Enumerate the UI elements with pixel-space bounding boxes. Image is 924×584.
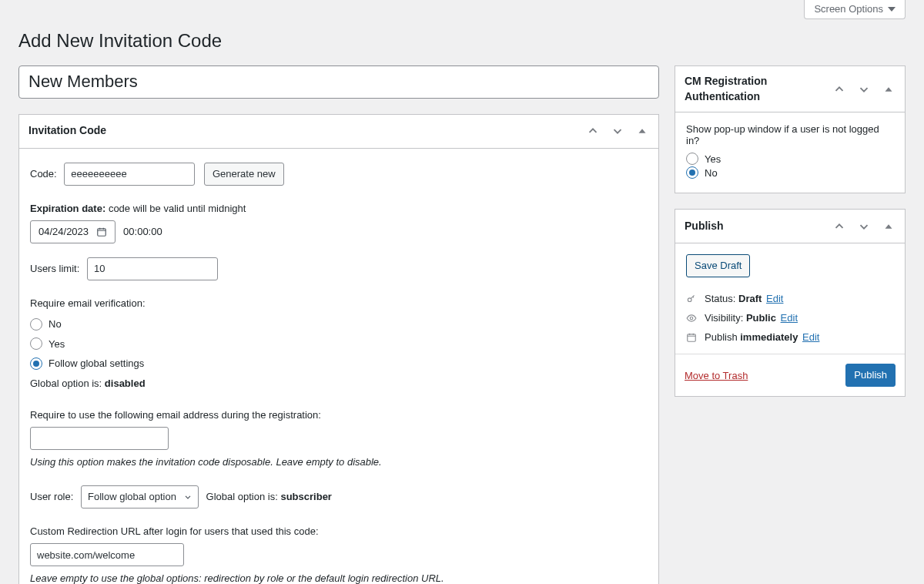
svg-point-2 xyxy=(690,317,693,320)
chevron-down-icon xyxy=(857,82,871,96)
publish-time-label: Publish xyxy=(705,331,740,343)
redirect-help: Leave empty to use the global options: r… xyxy=(30,569,648,584)
toggle-panel-button[interactable] xyxy=(877,78,900,101)
email-verif-global-value: disabled xyxy=(105,378,146,389)
publish-box: Publish Save Draft Status: Draft xyxy=(675,209,906,397)
generate-new-button[interactable]: Generate new xyxy=(204,163,284,186)
code-input[interactable] xyxy=(64,163,195,186)
redirect-url-input[interactable] xyxy=(30,543,184,566)
redirect-label: Custom Redirection URL after login for u… xyxy=(30,522,648,540)
status-label: Status: xyxy=(705,293,738,304)
require-email-label: Require to use the following email addre… xyxy=(30,406,648,424)
email-verification-label: Require email verification: xyxy=(30,294,648,312)
invitation-code-box: Invitation Code xyxy=(18,114,659,584)
chevron-down-icon xyxy=(857,220,871,233)
publish-time-value: immediately xyxy=(740,331,798,343)
expiration-date-value: 04/24/2023 xyxy=(38,223,89,240)
publish-time-edit-link[interactable]: Edit xyxy=(802,331,819,343)
registration-auth-heading: CM Registration Authentication xyxy=(675,66,828,112)
visibility-label: Visibility: xyxy=(705,312,746,324)
radio-label-global: Follow global settings xyxy=(49,354,144,372)
move-up-button[interactable] xyxy=(828,215,851,238)
chevron-down-icon xyxy=(888,7,896,12)
status-edit-link[interactable]: Edit xyxy=(766,293,783,304)
publish-button[interactable]: Publish xyxy=(845,364,896,387)
triangle-up-icon xyxy=(635,124,649,138)
move-up-button[interactable] xyxy=(828,78,851,101)
toggle-panel-button[interactable] xyxy=(631,119,654,143)
chevron-up-icon xyxy=(832,220,846,233)
post-title-input[interactable] xyxy=(18,65,659,99)
expiration-date-input[interactable]: 04/24/2023 xyxy=(30,220,116,243)
calendar-icon xyxy=(96,227,107,237)
expiration-suffix: code will be valid until midnight xyxy=(109,203,246,214)
move-down-button[interactable] xyxy=(852,215,875,238)
require-email-help: Using this option makes the invitation c… xyxy=(30,453,648,471)
require-email-input[interactable] xyxy=(30,427,169,450)
triangle-up-icon xyxy=(882,82,896,96)
registration-auth-box: CM Registration Authentication Show pop-… xyxy=(675,65,906,193)
chevron-up-icon xyxy=(586,124,600,138)
chevron-up-icon xyxy=(832,82,846,96)
email-verif-global-prefix: Global option is: xyxy=(30,378,105,389)
screen-options-button[interactable]: Screen Options xyxy=(804,0,906,19)
expiration-label: Expiration date: xyxy=(30,203,105,214)
visibility-edit-link[interactable]: Edit xyxy=(781,312,798,324)
auth-option-yes[interactable]: Yes xyxy=(686,153,894,165)
chevron-down-icon xyxy=(611,124,624,138)
radio-label-no: No xyxy=(705,167,718,179)
auth-question: Show pop-up window if a user is not logg… xyxy=(686,123,894,146)
radio-label-yes: Yes xyxy=(49,335,65,353)
move-to-trash-link[interactable]: Move to Trash xyxy=(685,370,748,381)
eye-icon xyxy=(686,313,698,324)
email-verif-option-no[interactable]: No xyxy=(30,315,648,333)
move-up-button[interactable] xyxy=(581,119,604,143)
invitation-code-heading: Invitation Code xyxy=(19,116,581,146)
key-icon xyxy=(686,294,698,304)
publish-heading: Publish xyxy=(675,211,828,242)
screen-options-label: Screen Options xyxy=(814,3,883,15)
email-verif-option-global[interactable]: Follow global settings xyxy=(30,354,648,372)
email-verif-option-yes[interactable]: Yes xyxy=(30,335,648,353)
code-label: Code: xyxy=(30,165,57,183)
users-limit-label: Users limit: xyxy=(30,260,79,277)
triangle-up-icon xyxy=(882,220,896,233)
save-draft-button[interactable]: Save Draft xyxy=(686,254,750,277)
user-role-select[interactable]: Follow global option xyxy=(81,485,199,508)
visibility-value: Public xyxy=(746,312,776,324)
role-global-value: subscriber xyxy=(280,491,331,502)
move-down-button[interactable] xyxy=(606,119,629,143)
auth-option-no[interactable]: No xyxy=(686,166,894,179)
status-value: Draft xyxy=(738,293,762,304)
role-global-prefix: Global option is: xyxy=(206,491,281,502)
toggle-panel-button[interactable] xyxy=(877,215,900,238)
user-role-label: User role: xyxy=(30,488,73,505)
svg-rect-0 xyxy=(98,229,106,236)
svg-point-1 xyxy=(688,298,691,302)
move-down-button[interactable] xyxy=(852,78,875,101)
svg-rect-3 xyxy=(688,334,696,341)
radio-label-yes: Yes xyxy=(705,153,721,165)
radio-label-no: No xyxy=(49,315,62,333)
expiration-time: 00:00:00 xyxy=(123,223,162,240)
calendar-icon xyxy=(686,332,698,343)
users-limit-input[interactable] xyxy=(87,257,218,280)
page-title: Add New Invitation Code xyxy=(18,30,906,52)
